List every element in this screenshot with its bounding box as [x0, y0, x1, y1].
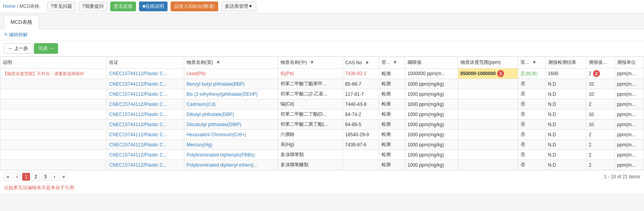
breadcrumb: Home / MCD表格 — [3, 3, 39, 10]
cell-evidence[interactable]: CNEC15744112/Plastic C... — [107, 120, 184, 130]
cell-name-en[interactable]: Bis (2-ethylhexyl)phthalate(DEHP) — [184, 89, 278, 99]
pagination-prev-button[interactable]: ‹ — [14, 173, 21, 181]
col-threshold: 阈限值 — [405, 57, 458, 69]
cell-name-en[interactable]: Benzyl butyl phthalate(BBP) — [184, 79, 278, 89]
filter-manage-icon[interactable]: ▼ — [393, 60, 397, 65]
pagination-page-1-button[interactable]: 1 — [22, 173, 30, 181]
filter-name-en-icon[interactable]: ▼ — [216, 60, 221, 65]
cell-declare: 否 — [518, 160, 545, 170]
cell-desc — [0, 89, 107, 99]
cell-name-en[interactable]: Mercury(Hg) — [184, 140, 278, 150]
tab-header: MCD表格 — [0, 13, 644, 29]
language-dropdown-button[interactable]: 多語系管理▼ — [221, 2, 256, 11]
cell-report-val: 2 — [586, 150, 615, 160]
online-manual-button[interactable]: ■在线说明 — [139, 2, 168, 11]
pagination-next-button[interactable]: › — [51, 173, 58, 181]
cell-evidence[interactable]: CNEC15744112/Plastic C... — [107, 89, 184, 99]
cell-concentration[interactable] — [458, 140, 518, 150]
done-button[interactable]: 完成 → — [34, 43, 58, 54]
cell-threshold: 1000 ppm(mg/kg) — [405, 150, 458, 160]
cell-concentration[interactable] — [458, 160, 518, 170]
cell-name-en[interactable]: Lead(Pb) — [184, 69, 278, 79]
table-row: CNEC15744112/Plastic C...Polybrominated … — [0, 160, 644, 170]
cell-report-val: 2 — [586, 140, 615, 150]
cell-concentration[interactable] — [458, 120, 518, 130]
pagination-info: 1 - 10 of 21 items — [604, 174, 640, 179]
cell-evidence[interactable]: CNEC15744112/Plastic C... — [107, 140, 184, 150]
cell-evidence[interactable]: CNEC15744112/Plastic C... — [107, 79, 184, 89]
cell-evidence[interactable]: CNEC15744112/Plastic C... — [107, 99, 184, 109]
edit-icon: ✎ — [4, 32, 8, 37]
cell-desc: 【物质浓度范围】不符合，请重新选择除外 — [0, 69, 107, 79]
pagination-page-3-button[interactable]: 3 — [41, 173, 49, 181]
cell-concentration[interactable] — [458, 79, 518, 89]
filter-name-zh-icon[interactable]: ▼ — [310, 60, 314, 65]
cell-report-unit: ppm(m... — [614, 130, 644, 140]
faq-button[interactable]: ?常见问题 — [47, 2, 76, 11]
cell-manage: 检测 — [379, 89, 405, 99]
cell-evidence[interactable]: CNEC15744112/Plastic C... — [107, 130, 184, 140]
cell-cas: 84-74-2 — [342, 109, 379, 120]
cell-manage: 检测 — [379, 99, 405, 109]
toolbar: ✎ 编辑拆解 — [0, 29, 644, 41]
cell-desc — [0, 120, 107, 130]
cell-cas: 18540-29-9 — [342, 130, 379, 140]
pagination-last-button[interactable]: » — [60, 173, 68, 181]
feedback-button[interactable]: 意见反馈 — [110, 2, 136, 11]
cell-report-unit: ppm(m... — [614, 150, 644, 160]
footer-note: 注如果无法编辑表示是来自于引用 — [0, 183, 644, 193]
cell-concentration[interactable] — [458, 130, 518, 140]
main-table: 说明 佐证 物质名称(英) ▼ 物质名称(中) ▼ CAS No ▼ 管... … — [0, 56, 644, 170]
col-concentration: 物质浓度范围(ppm) — [458, 57, 518, 69]
cell-concentration[interactable] — [458, 89, 518, 99]
cell-name-en[interactable]: Polybrominated biphenyls(PBBs) — [184, 150, 278, 160]
ask-button[interactable]: ?我要提问 — [79, 2, 107, 11]
cell-name-en[interactable]: Dibutyl phthalate(DBP) — [184, 109, 278, 120]
cell-report-val: 10 — [586, 89, 615, 99]
cell-report-val: 10 — [586, 109, 615, 120]
badge-2: 2 — [593, 70, 600, 77]
table-row: CNEC15744112/Plastic C...Diisobutyl phth… — [0, 120, 644, 130]
cell-name-en[interactable]: Polybrominated diphenyl ethers(... — [184, 160, 278, 170]
cell-evidence[interactable]: CNEC15744112/Plastic C... — [107, 69, 184, 79]
cell-cas — [342, 160, 379, 170]
col-evidence: 佐证 — [107, 57, 184, 69]
table-row: CNEC15744112/Plastic C...Dibutyl phthala… — [0, 109, 644, 120]
cell-desc — [0, 140, 107, 150]
cell-concentration[interactable]: 850000-10000001 — [458, 69, 518, 79]
cell-name-en[interactable]: Cadmium(Cd) — [184, 99, 278, 109]
pagination-first-button[interactable]: « — [4, 173, 12, 181]
cell-threshold: 1000 ppm(mg/kg) — [405, 89, 458, 99]
table-row: CNEC15744112/Plastic C...Polybrominated … — [0, 150, 644, 160]
col-report-unit: 测报单位 — [614, 57, 644, 69]
cell-name-en[interactable]: Diisobutyl phthalate(DIBP) — [184, 120, 278, 130]
cell-manage: 检测 — [379, 120, 405, 130]
col-report-result: 测报检测结果 — [545, 57, 586, 69]
breadcrumb-home[interactable]: Home — [3, 4, 16, 9]
filter-cas-icon[interactable]: ▼ — [365, 60, 370, 65]
cell-evidence[interactable]: CNEC15744112/Plastic C... — [107, 160, 184, 170]
col-desc: 说明 — [0, 57, 107, 69]
filter-declare-icon[interactable]: ▼ — [532, 60, 537, 65]
cell-name-en[interactable]: Hexavalent Chromium(Cr6+) — [184, 130, 278, 140]
cell-declare: 是(检测) — [518, 69, 545, 79]
old-portal-button[interactable]: 品登入旧站台(唯读) — [171, 2, 218, 11]
cell-desc — [0, 160, 107, 170]
col-name-en: 物质名称(英) ▼ — [184, 57, 278, 69]
pagination-page-2-button[interactable]: 2 — [32, 173, 40, 181]
edit-disassemble-button[interactable]: ✎ 编辑拆解 — [4, 32, 28, 38]
badge-1: 1 — [497, 70, 504, 77]
prev-step-button[interactable]: ← 上一步 — [4, 43, 32, 54]
cell-report-unit: ppm(m... — [614, 109, 644, 120]
cell-evidence[interactable]: CNEC15744112/Plastic C... — [107, 109, 184, 120]
cell-concentration[interactable] — [458, 109, 518, 120]
cell-threshold: 1000000 ppm(m... — [405, 69, 458, 79]
cell-threshold: 1000 ppm(mg/kg) — [405, 120, 458, 130]
cell-manage: 检测 — [379, 79, 405, 89]
tab-mcd[interactable]: MCD表格 — [4, 15, 39, 29]
cell-declare: 否 — [518, 120, 545, 130]
cell-evidence[interactable]: CNEC15744112/Plastic C... — [107, 150, 184, 160]
cell-report-result: N.D — [545, 150, 586, 160]
cell-concentration[interactable] — [458, 99, 518, 109]
cell-concentration[interactable] — [458, 150, 518, 160]
